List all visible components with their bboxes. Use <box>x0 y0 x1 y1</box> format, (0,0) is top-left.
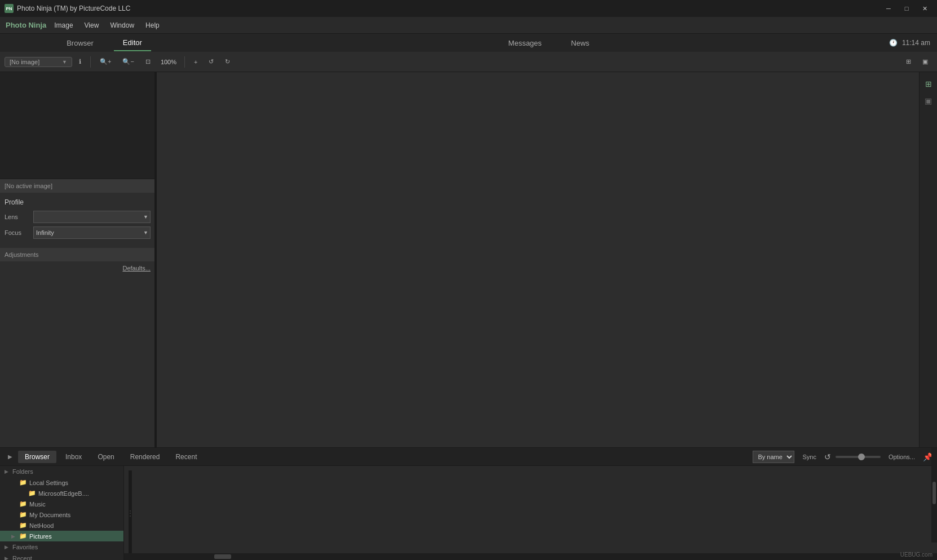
zoom-in-button[interactable]: 🔍+ <box>95 56 116 67</box>
rotate-right-button[interactable]: ↻ <box>220 56 235 67</box>
maximize-button[interactable]: □ <box>899 3 914 14</box>
recent-section[interactable]: ▶ Recent <box>0 553 123 560</box>
folder-icon-my-documents: 📁 <box>19 511 27 518</box>
resize-handle[interactable] <box>154 72 157 447</box>
brand-label: Photo Ninja <box>0 17 48 33</box>
no-active-image-label: [No active image] <box>0 179 155 193</box>
menu-bar: Photo Ninja Image View Window Help <box>0 17 937 34</box>
view-mode-button-2[interactable]: ▣ <box>921 94 936 108</box>
tree-item-nethood[interactable]: 📁 NetHood <box>0 520 123 531</box>
zoom-value: 100% <box>157 59 180 65</box>
rotate-left-button[interactable]: ↺ <box>204 56 218 67</box>
tab-bar: Browser Editor Messages News 🕐 11:14 am <box>0 34 937 52</box>
browser-tab-recent[interactable]: Recent <box>169 451 204 463</box>
toolbar-separator-2 <box>184 56 185 68</box>
tab-editor[interactable]: Editor <box>114 35 151 51</box>
browser-tab-inbox[interactable]: Inbox <box>59 451 89 463</box>
folders-arrow: ▶ <box>5 469 10 474</box>
menu-item-help[interactable]: Help <box>140 19 165 32</box>
h-scroll-thumb[interactable] <box>214 554 231 559</box>
profile-title: Profile <box>5 198 151 206</box>
view-single-button[interactable]: ▣ <box>918 56 932 67</box>
image-selector-label: [No image] <box>10 59 39 65</box>
browser-toolbar-right: By name By date By size Sync ↺ Options..… <box>753 451 932 463</box>
focus-row: Focus Infinity Near Mid ▼ <box>5 226 151 239</box>
folder-icon-local-settings: 📁 <box>19 479 27 486</box>
lens-select[interactable] <box>33 211 151 223</box>
folder-tree: ▶ Folders 📁 Local Settings 📁 MicrosoftEd… <box>0 466 124 560</box>
lens-row: Lens ▼ <box>5 211 151 223</box>
image-selector[interactable]: [No image] ▼ <box>5 57 72 67</box>
left-panel: [No active image] Profile Lens ▼ Focus I… <box>0 72 156 447</box>
main-tabs-left: Browser Editor <box>0 35 209 51</box>
window-controls: ─ □ ✕ <box>881 3 932 14</box>
adjustments-bar: Adjustments <box>0 248 155 261</box>
add-button[interactable]: + <box>189 57 202 67</box>
focus-select[interactable]: Infinity Near Mid <box>33 226 151 239</box>
clock-icon: 🕐 <box>889 39 898 47</box>
bottom-panel: ▶ Browser Inbox Open Rendered Recent By … <box>0 447 937 560</box>
folder-icon-pictures: 📁 <box>19 532 27 540</box>
browser-tab-rendered[interactable]: Rendered <box>123 451 167 463</box>
recent-label: Recent <box>12 555 32 560</box>
app-icon: PN <box>5 4 14 13</box>
options-button[interactable]: Options... <box>885 452 918 461</box>
tree-item-msedge[interactable]: 📁 MicrosoftEdgeB.... <box>0 488 123 499</box>
browser-tabs-bar: ▶ Browser Inbox Open Rendered Recent By … <box>0 448 937 466</box>
right-panel: ⊞ ▣ <box>919 72 937 447</box>
favorites-section[interactable]: ▶ Favorites <box>0 541 123 553</box>
menu-item-image[interactable]: Image <box>48 19 78 32</box>
info-button[interactable]: ℹ <box>74 56 86 67</box>
folders-section[interactable]: ▶ Folders <box>0 466 123 477</box>
clock-area: 🕐 11:14 am <box>889 39 937 47</box>
slider-thumb[interactable] <box>858 454 865 460</box>
close-button[interactable]: ✕ <box>917 3 932 14</box>
tree-item-my-documents[interactable]: 📁 My Documents <box>0 509 123 520</box>
menu-item-view[interactable]: View <box>79 19 105 32</box>
expand-browser-button[interactable]: ▶ <box>5 451 16 463</box>
zoom-fit-button[interactable]: ⊡ <box>141 56 155 67</box>
folder-icon-msedge: 📁 <box>28 490 36 497</box>
thumbnail-area <box>0 72 155 179</box>
browser-tab-open[interactable]: Open <box>91 451 121 463</box>
zoom-out-button[interactable]: 🔍− <box>118 56 138 67</box>
v-divider[interactable]: ⋮ <box>129 470 132 556</box>
image-selector-arrow: ▼ <box>62 59 67 65</box>
tree-item-local-settings[interactable]: 📁 Local Settings <box>0 477 123 488</box>
lens-label: Lens <box>5 214 30 220</box>
folders-label: Folders <box>12 468 33 475</box>
toolbar: [No image] ▼ ℹ 🔍+ 🔍− ⊡ 100% + ↺ ↻ ⊞ ▣ <box>0 52 937 72</box>
sort-select[interactable]: By name By date By size <box>753 451 794 463</box>
refresh-icon[interactable]: ↺ <box>824 452 831 461</box>
main-canvas <box>156 72 937 447</box>
defaults-button[interactable]: Defaults... <box>122 265 151 272</box>
tab-news[interactable]: News <box>562 35 599 51</box>
main-tabs-center: Messages News <box>435 35 662 51</box>
focus-label: Focus <box>5 229 30 236</box>
browser-content: ▶ Folders 📁 Local Settings 📁 MicrosoftEd… <box>0 466 937 560</box>
recent-arrow: ▶ <box>5 555 10 560</box>
window-title: Photo Ninja (TM) by PictureCode LLC <box>17 5 881 12</box>
title-bar: PN Photo Ninja (TM) by PictureCode LLC ─… <box>0 0 937 17</box>
tab-browser[interactable]: Browser <box>58 35 103 51</box>
defaults-area: Defaults... <box>0 261 155 275</box>
focus-select-wrapper: Infinity Near Mid ▼ <box>33 226 151 239</box>
horizontal-scrollbar[interactable] <box>124 553 937 560</box>
tab-messages[interactable]: Messages <box>500 35 551 51</box>
thumbnail-size-slider[interactable] <box>836 456 881 458</box>
favorites-label: Favorites <box>12 544 38 550</box>
folder-icon-nethood: 📁 <box>19 522 27 529</box>
file-browser: ⋮ <box>124 466 937 560</box>
watermark: UEBUG.com <box>900 552 932 558</box>
tree-item-music[interactable]: 📁 Music <box>0 499 123 509</box>
view-mode-button-1[interactable]: ⊞ <box>921 77 936 91</box>
lens-select-wrapper: ▼ <box>33 211 151 223</box>
menu-item-window[interactable]: Window <box>104 19 140 32</box>
sync-button[interactable]: Sync <box>799 452 819 461</box>
browser-tab-browser[interactable]: Browser <box>18 451 56 463</box>
view-grid-button[interactable]: ⊞ <box>901 56 916 67</box>
tree-item-pictures[interactable]: ▶ 📁 Pictures <box>0 531 123 541</box>
minimize-button[interactable]: ─ <box>881 3 896 14</box>
profile-section: Profile Lens ▼ Focus Infinity Near Mid ▼ <box>0 193 155 248</box>
toolbar-separator-1 <box>90 56 91 68</box>
